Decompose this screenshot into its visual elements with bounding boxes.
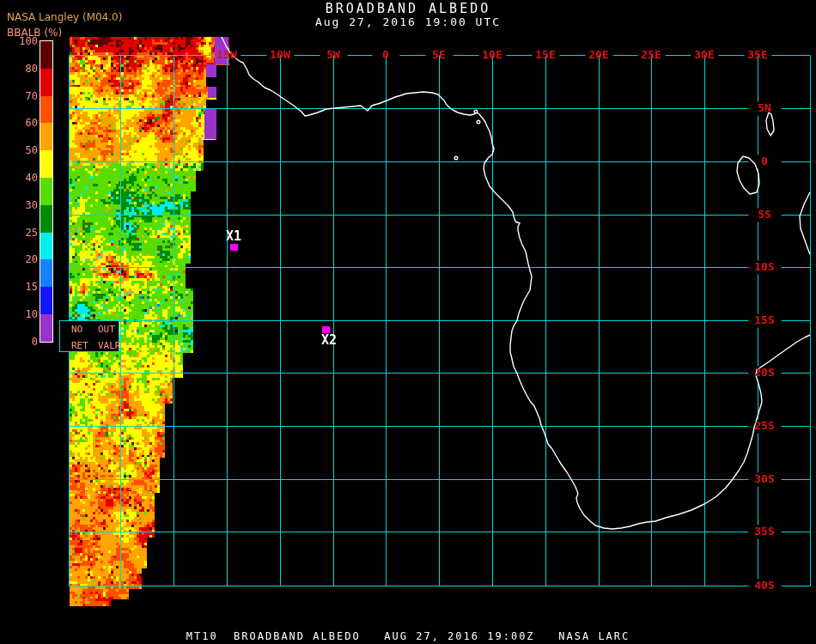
latitude-label: 0	[748, 155, 781, 167]
longitude-label: 25E	[641, 49, 661, 61]
colorbar-tick-label: 100	[5, 35, 38, 47]
latitude-label: 25S	[748, 420, 781, 432]
colorbar-segment	[40, 150, 52, 178]
legend-ret-label: RET	[71, 340, 88, 351]
colorbar-segment	[40, 287, 52, 314]
colorbar-tick-label: 25	[5, 227, 38, 239]
colorbar-tick-label: 0	[5, 336, 38, 348]
marker-point-x1	[230, 244, 238, 251]
colorbar-tick-label: 10	[5, 308, 38, 320]
colorbar	[40, 40, 53, 343]
longitude-label: 20E	[588, 49, 608, 61]
colorbar-segment	[40, 123, 52, 150]
longitude-label: 5W	[326, 49, 340, 61]
colorbar-segment	[40, 96, 52, 124]
longitude-label: 5E	[432, 49, 446, 61]
page-subtitle: Aug 27, 2016 19:00 UTC	[0, 15, 816, 28]
colorbar-segment	[40, 69, 52, 96]
colorbar-tick-label: 70	[5, 90, 38, 102]
longitude-label: 30E	[694, 49, 714, 61]
colorbar-tick-label: 60	[5, 117, 38, 129]
latitude-label: 10S	[748, 261, 781, 273]
longitude-label: 10E	[482, 49, 502, 61]
colorbar-segment	[40, 178, 52, 205]
longitude-label: 35E	[747, 49, 767, 61]
latitude-label: 20S	[748, 367, 781, 379]
colorbar-segment	[40, 259, 52, 287]
longitude-label: 15W	[216, 49, 236, 61]
colorbar-segment	[40, 233, 52, 260]
colorbar-tick-label: 80	[5, 63, 38, 75]
colorbar-tick-label: 20	[5, 253, 38, 265]
marker-point-x2	[322, 326, 330, 333]
colorbar-segment	[40, 314, 52, 342]
latitude-label: 30S	[748, 473, 781, 485]
colorbar-segment	[40, 205, 52, 233]
longitude-label: 15E	[535, 49, 555, 61]
latitude-label: 35S	[748, 526, 781, 538]
no-retrieval-legend-box: NO OUT RET VALR	[59, 320, 119, 352]
longitude-label: 10W	[270, 49, 289, 61]
colorbar-tick-label: 15	[5, 281, 38, 293]
latitude-label: 40S	[748, 580, 781, 592]
source-label: NASA Langley (M04.0)	[7, 11, 122, 23]
latitude-label: 5N	[748, 102, 781, 114]
marker-label-x1: X1	[226, 230, 241, 243]
legend-no-label: NO	[71, 324, 82, 335]
marker-label-x2: X2	[321, 334, 337, 347]
longitude-label: 0	[382, 49, 389, 61]
page-title: BROADBAND ALBEDO	[0, 1, 816, 16]
legend-valr-label: VALR	[98, 340, 121, 351]
albedo-map-page: BROADBAND ALBEDO Aug 27, 2016 19:00 UTC …	[0, 0, 816, 644]
legend-out-label: OUT	[98, 324, 115, 335]
colorbar-segment	[40, 41, 52, 69]
latitude-label: 5S	[748, 209, 781, 221]
albedo-map-canvas	[0, 0, 816, 644]
latitude-label: 15S	[748, 314, 781, 326]
colorbar-tick-label: 50	[5, 144, 38, 156]
colorbar-tick-label: 40	[5, 172, 38, 184]
footer-caption: MT10 BROADBAND ALBEDO AUG 27, 2016 19:00…	[0, 630, 816, 642]
colorbar-tick-label: 30	[5, 199, 38, 211]
